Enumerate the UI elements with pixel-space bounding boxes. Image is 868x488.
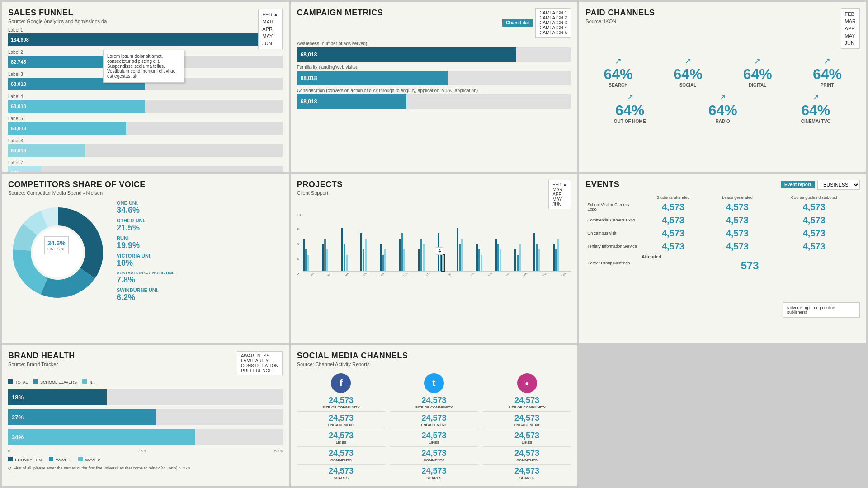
dropdown-apr[interactable]: APR (262, 25, 278, 33)
bh-bar-fill-2 (8, 409, 156, 425)
channel-radio: ↗ 64% RADIO (679, 92, 767, 124)
dropdown-may[interactable]: MAY (262, 33, 278, 40)
familiarity-bar: 68,018 (297, 71, 571, 85)
proj-apr[interactable]: APR (552, 192, 567, 197)
digital-arrow-icon: ↗ (725, 56, 790, 66)
camp2[interactable]: CAMPAIGN 2 (539, 15, 567, 20)
camp5[interactable]: CAMPAIGN 5 (539, 30, 567, 35)
proj-may[interactable]: MAY (552, 197, 567, 202)
radio-arrow-icon: ↗ (679, 92, 767, 102)
tw-div2 (390, 429, 478, 429)
wave-1: WAVE 1 (49, 457, 71, 462)
paid-channels-panel: PAID CHANNELS Source: IKON FEB MAR APR M… (579, 2, 866, 172)
campaign-metrics-title: CAMPAIGN METRICS (297, 8, 383, 18)
bar-law-2 (478, 249, 480, 271)
event-report-button[interactable]: Event report (781, 181, 815, 188)
col-students: Students attended (640, 194, 706, 201)
brand-health-dropdown[interactable]: AWARENESS FAMILIARITY CONSIDERATION PREF… (237, 351, 283, 375)
career-attended-val: 573 (642, 259, 858, 272)
channel-digital: ↗ 64% DIGITAL (725, 56, 790, 88)
sales-funnel-header: SALES FUNNEL Source: Google Analytics an… (8, 8, 283, 24)
bar-art-3 (307, 255, 309, 271)
pc-feb[interactable]: FEB (845, 10, 856, 18)
tw-community-label: SIZE OF COMMUNITY (390, 405, 478, 409)
ig-div3 (483, 446, 571, 447)
bar-law-1 (476, 244, 478, 271)
camp4[interactable]: CAMPAIGN 4 (539, 25, 567, 30)
bar-fill-1: 134,698 (8, 33, 283, 46)
camp3[interactable]: CAMPAIGN 3 (539, 20, 567, 25)
bar-sport-1 (533, 233, 535, 271)
ig-div2 (483, 429, 571, 429)
bar-health-3 (442, 255, 444, 271)
x-edu: Education (375, 273, 389, 276)
proj-mar[interactable]: MAR (552, 187, 567, 192)
print-arrow-icon: ↗ (795, 56, 860, 66)
bh-awareness[interactable]: AWARENESS (241, 353, 278, 358)
event-row-career: Career Group Meetings Attended 573 (585, 253, 860, 273)
pc-apr[interactable]: APR (845, 25, 856, 32)
tw-div4 (390, 464, 478, 465)
commercial-guides: 4,573 (768, 214, 860, 227)
pc-mar[interactable]: MAR (845, 18, 856, 25)
bar-label-4: Label 4 (8, 94, 283, 99)
fb-community-label: SIZE OF COMMUNITY (297, 405, 386, 409)
dropdown-mar[interactable]: MAR (262, 18, 278, 25)
proj-feb[interactable]: FEB ▲ (552, 182, 567, 187)
social-arrow-icon: ↗ (655, 56, 720, 66)
brand-health-subtitle: Source: Brand Tracker (8, 361, 75, 367)
bar-com-2 (363, 249, 364, 271)
bar-sport-2 (536, 244, 538, 271)
legend-n: N... (82, 379, 96, 385)
fb-likes-val: 24,573 (297, 431, 386, 441)
commercial-students: 4,573 (640, 214, 706, 227)
y-2: 2 (297, 272, 301, 276)
event-name-commercial: Commercial Careers Expo (585, 214, 640, 227)
fb-shares-label: SHARES (297, 476, 386, 480)
chart-tooltip-val: 4 (436, 247, 444, 255)
dropdown-feb[interactable]: FEB ▲ (262, 11, 278, 18)
group-brand (322, 239, 340, 271)
sales-funnel-title-area: SALES FUNNEL Source: Google Analytics an… (8, 8, 107, 24)
consideration-label: Consideration (conversion action of clic… (297, 88, 571, 93)
paid-channels-subtitle: Source: IKON (585, 19, 655, 24)
competitors-title: COMPETITORS SHARE OF VOICE (8, 180, 283, 189)
bar-intl-3 (461, 239, 463, 271)
pc-may[interactable]: MAY (845, 32, 856, 39)
bar-vpoly-3 (557, 239, 559, 271)
bar-row-1: Label 1 134,698 (8, 28, 283, 46)
event-row-commercial: Commercial Careers Expo 4,573 4,573 4,57… (585, 214, 860, 227)
bar-fill-7: 541 (8, 166, 41, 172)
paid-channels-dropdown[interactable]: FEB MAR APR MAY JUN (841, 8, 860, 49)
dropdown-jun[interactable]: JUN (262, 40, 278, 47)
fb-comments-val: 24,573 (297, 449, 386, 458)
tw-div1 (390, 411, 478, 412)
group-sciences (514, 244, 533, 271)
dot-wave2 (78, 457, 83, 461)
campaign-dropdown[interactable]: CAMPAIGN 1 CAMPAIGN 2 CAMPAIGN 3 CAMPAIG… (535, 8, 571, 38)
campaign-controls: Chanel dat CAMPAIGN 1 CAMPAIGN 2 CAMPAIG… (502, 8, 571, 38)
camp1[interactable]: CAMPAIGN 1 (539, 10, 567, 15)
fb-engagement-label: ENGAGEMENT (297, 423, 386, 427)
sales-funnel-dropdown[interactable]: FEB ▲ MAR APR MAY JUN (258, 9, 282, 49)
channel-button[interactable]: Chanel dat (502, 19, 533, 27)
tw-comments-val: 24,573 (390, 449, 478, 458)
proj-jun[interactable]: JUN (552, 202, 567, 207)
search-arrow-icon: ↗ (585, 56, 651, 66)
event-name-career: Career Group Meetings (585, 253, 640, 273)
bar-brand-2 (324, 239, 326, 271)
bar-vpoly-2 (555, 249, 557, 271)
bh-familiarity[interactable]: FAMILIARITY (241, 358, 278, 363)
ig-likes-val: 24,573 (483, 431, 571, 441)
pc-jun[interactable]: JUN (845, 39, 856, 47)
bh-preference[interactable]: PREFERENCE (241, 368, 278, 373)
social-media-panel: SOCIAL MEDIA CHANNELS Source: Channel Ac… (291, 345, 578, 486)
donut-tooltip: 34.6% ONE UNI. (44, 236, 69, 254)
bh-consideration[interactable]: CONSIDERATION (241, 363, 278, 368)
bar-label-5: Label 5 (8, 116, 283, 121)
sales-funnel-panel: SALES FUNNEL Source: Google Analytics an… (2, 2, 289, 172)
channel-cinema: ↗ 64% CINEMA/ TVC (771, 92, 860, 124)
tw-shares-val: 24,573 (390, 466, 478, 476)
business-select[interactable]: BUSINESS (817, 180, 860, 190)
projects-dropdown[interactable]: FEB ▲ MAR APR MAY JUN (548, 180, 571, 209)
